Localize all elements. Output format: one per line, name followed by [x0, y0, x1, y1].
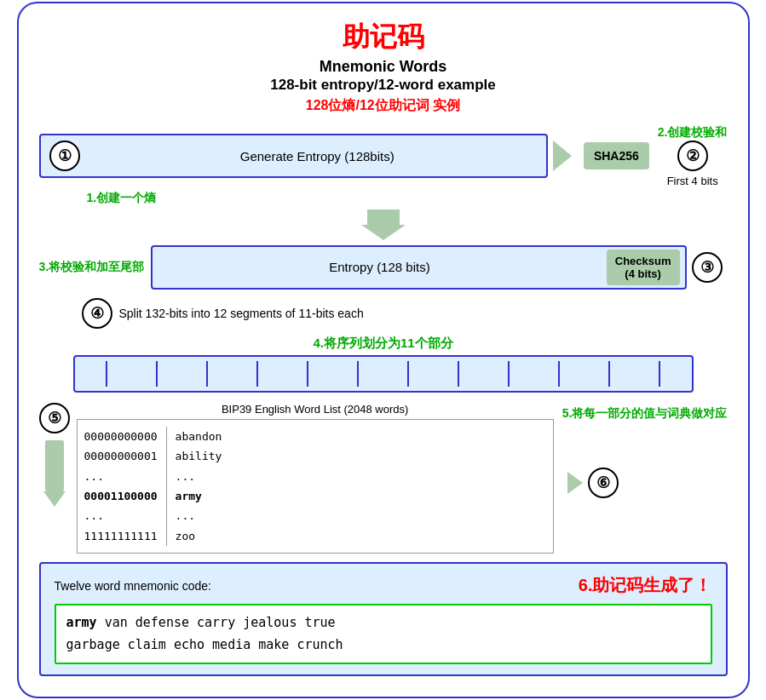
checksum-line2: (4 bits)	[615, 267, 671, 280]
seg2	[132, 361, 182, 387]
mnemonic-label: Twelve word mnemonic code:	[55, 579, 211, 593]
step3-label: 3.将校验和加至尾部	[39, 260, 145, 275]
seg9	[484, 361, 534, 387]
mnemonic-first-word: army	[66, 615, 97, 630]
entropy128-row: Entropy (128 bits) Checksum (4 bits)	[151, 245, 686, 290]
bip39-row2-c2: ability	[176, 446, 222, 466]
bip39-section: ⑤ BIP39 English Word List (2048 words) 0…	[39, 403, 728, 554]
entropy-row: ① Generate Entropy (128bits)	[39, 134, 548, 178]
title-en2: 128-bit entropy/12-word example	[39, 77, 728, 94]
sha-area: SHA256	[584, 142, 653, 169]
row1-wrapper: ① Generate Entropy (128bits) SHA256 2.创建…	[39, 125, 728, 206]
bip39-inner: 00000000000 00000000001 ... 00001100000 …	[78, 420, 553, 553]
circle-6: ⑥	[588, 468, 619, 498]
seg12	[635, 361, 685, 387]
mnemonic-words-box: army van defense carry jealous true garb…	[55, 604, 712, 664]
seg7	[383, 361, 434, 387]
bip39-table: 00000000000 00000000001 ... 00001100000 …	[77, 419, 554, 554]
bip39-right-col: 5.将每一部分的值与词典做对应 ⑥	[562, 403, 728, 498]
mnemonic-section: Twelve word mnemonic code: 6.助记码生成了！ arm…	[39, 562, 728, 676]
circle-4: ④	[82, 298, 112, 329]
bip39-row2-c1: 00000000001	[84, 446, 158, 466]
circle-5: ⑤	[39, 403, 70, 433]
row3: ④ Split 132-bits into 12 segments of 11-…	[39, 298, 728, 329]
mnemonic-top-row: Twelve word mnemonic code: 6.助记码生成了！	[55, 574, 712, 597]
bip39-row1-c2: abandon	[176, 427, 222, 446]
seg3	[182, 361, 233, 387]
big-down-arrow	[39, 209, 728, 240]
bip39-left-col: ⑤	[39, 403, 70, 507]
mnemonic-line2: garbage claim echo media make crunch	[66, 634, 700, 657]
bip39-row4-c1: 00001100000	[84, 486, 158, 506]
bip39-row6-c2: zoo	[176, 526, 222, 546]
sha-box: SHA256	[584, 142, 649, 169]
step5-label: 5.将每一部分的值与词典做对应	[562, 406, 728, 422]
seg10	[534, 361, 585, 387]
split-text: Split 132-bits into 12 segments of 11-bi…	[119, 307, 364, 320]
row1: ① Generate Entropy (128bits) SHA256 2.创建…	[39, 125, 728, 187]
subtitle-cn: 128位熵/12位助记词 实例	[39, 97, 728, 115]
segment-bar	[73, 355, 694, 393]
circle-3: ③	[692, 252, 723, 283]
circle-1: ①	[49, 141, 80, 171]
step6-circle-area: ⑥	[562, 468, 619, 498]
bip39-table-wrapper: BIP39 English Word List (2048 words) 000…	[77, 403, 554, 554]
step6-label: 6.助记码生成了！	[579, 574, 712, 597]
row2: 3.将校验和加至尾部 Entropy (128 bits) Checksum (…	[39, 245, 728, 290]
bip39-row5-c1: ...	[84, 506, 158, 525]
circle-2: ②	[677, 141, 708, 171]
checksum-box: Checksum (4 bits)	[607, 250, 680, 285]
title-cn: 助记码	[39, 19, 728, 56]
bip39-row3-c1: ...	[84, 467, 158, 486]
green-arrow-right	[567, 472, 583, 494]
step4-cn-label: 4.将序列划分为11个部分	[73, 336, 694, 352]
first4-label: First 4 bits	[667, 175, 718, 187]
segment-bar-wrapper: 4.将序列划分为11个部分	[39, 332, 728, 396]
entropy128-text: Entropy (128 bits)	[153, 260, 607, 274]
seg6	[333, 361, 383, 387]
bip39-row1-c1: 00000000000	[84, 427, 158, 446]
bip39-col2: abandon ability ... army ... zoo	[167, 427, 222, 546]
step1-label: 1.创建一个熵	[87, 191, 728, 206]
seg4	[233, 361, 283, 387]
seg5	[283, 361, 333, 387]
down-arrow-shape	[358, 209, 409, 240]
arrow-body	[367, 209, 400, 225]
step2-area: 2.创建校验和 ② First 4 bits	[658, 125, 728, 187]
seg11	[585, 361, 635, 387]
bip39-row4-c2: army	[176, 486, 222, 506]
seg1	[82, 361, 132, 387]
bip39-row6-c1: 11111111111	[84, 526, 158, 546]
bip39-row3-c2: ...	[176, 467, 222, 486]
entropy-label: Generate Entropy (128bits)	[89, 149, 546, 164]
checksum-line1: Checksum	[615, 255, 671, 267]
seg8	[434, 361, 484, 387]
bip39-row5-c2: ...	[176, 506, 222, 525]
step2-label: 2.创建校验和	[658, 125, 728, 141]
mnemonic-line1: army van defense carry jealous true	[66, 612, 700, 634]
row2-wrapper: 3.将校验和加至尾部 Entropy (128 bits) Checksum (…	[39, 245, 728, 290]
arrow-right-1	[553, 141, 572, 171]
bip39-label: BIP39 English Word List (2048 words)	[77, 403, 554, 416]
arrow-head	[361, 225, 406, 240]
main-container: 助记码 Mnemonic Words 128-bit entropy/12-wo…	[17, 2, 750, 698]
bip39-col1: 00000000000 00000000001 ... 00001100000 …	[84, 427, 167, 546]
title-en1: Mnemonic Words	[39, 58, 728, 76]
green-arrow-down	[45, 440, 64, 491]
